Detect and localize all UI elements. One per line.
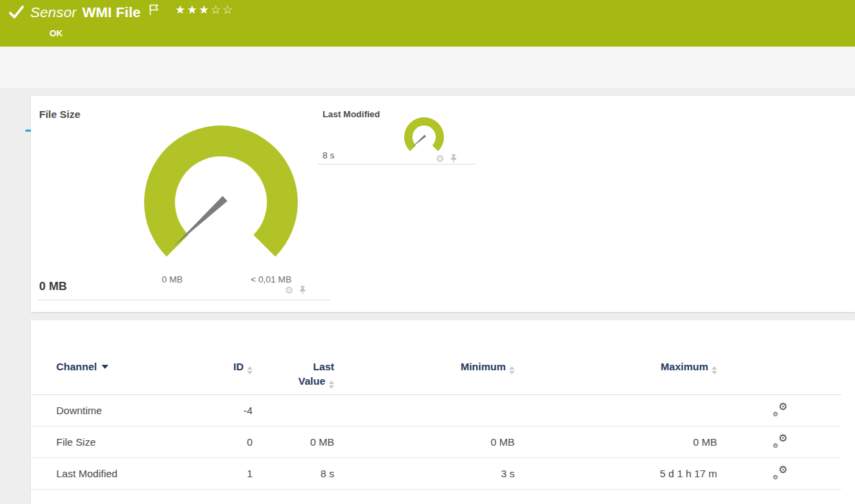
sensor-status-header: Sensor WMI File ★★★☆☆ OK bbox=[0, 0, 855, 47]
sort-toggle-icon[interactable] bbox=[247, 366, 253, 374]
file-size-gauge-min-label: 0 MB bbox=[138, 274, 207, 285]
tab-bar: Overview Live Data 2 days 30 days 365 bbox=[0, 47, 855, 88]
channel-last-value: 8 s bbox=[254, 457, 336, 489]
column-header-id[interactable]: ID bbox=[189, 357, 254, 394]
priority-stars[interactable]: ★★★☆☆ bbox=[175, 3, 234, 17]
channel-name: Last Modified bbox=[31, 457, 189, 489]
priority-flag-icon[interactable] bbox=[149, 4, 160, 16]
channel-table-header-row: Channel ID LastValue Minimum Maximum bbox=[31, 357, 841, 394]
column-header-channel[interactable]: Channel bbox=[31, 357, 189, 394]
sort-desc-caret-icon[interactable] bbox=[102, 365, 108, 369]
stars-filled[interactable]: ★★★ bbox=[175, 3, 211, 16]
column-header-minimum[interactable]: Minimum bbox=[336, 357, 518, 394]
file-size-panel-pin-icon[interactable] bbox=[298, 285, 307, 295]
channel-settings-gears-icon[interactable]: ⚙⚙ bbox=[773, 466, 788, 479]
last-modified-panel-pin-icon[interactable] bbox=[449, 154, 458, 163]
channel-id: 0 bbox=[189, 426, 254, 457]
sensor-title: WMI File bbox=[82, 4, 141, 21]
file-size-gauge-needle bbox=[174, 196, 228, 247]
sort-toggle-icon[interactable] bbox=[329, 381, 334, 389]
last-modified-panel-divider bbox=[318, 164, 476, 165]
column-header-last-value[interactable]: LastValue bbox=[254, 357, 336, 394]
stars-empty[interactable]: ☆☆ bbox=[211, 3, 234, 16]
column-header-actions bbox=[719, 357, 841, 394]
sort-toggle-icon[interactable] bbox=[712, 366, 717, 374]
channel-maximum: 0 MB bbox=[518, 426, 719, 457]
channel-last-value bbox=[254, 394, 336, 426]
file-size-current-value: 0 MB bbox=[39, 280, 67, 293]
channel-id: -4 bbox=[189, 394, 254, 426]
sensor-overview-page: Sensor WMI File ★★★☆☆ OK Overview bbox=[0, 0, 855, 504]
sensor-kind-label: Sensor bbox=[30, 4, 77, 21]
last-modified-panel-gear-icon[interactable]: ⚙ bbox=[436, 154, 445, 163]
channel-last-value: 0 MB bbox=[254, 426, 336, 457]
channels-card: Channel ID LastValue Minimum Maximum Dow… bbox=[31, 320, 855, 504]
channel-minimum: 3 s bbox=[336, 457, 518, 489]
channel-settings-gears-icon[interactable]: ⚙⚙ bbox=[773, 434, 788, 448]
last-modified-current-value: 8 s bbox=[323, 150, 334, 160]
channel-maximum bbox=[518, 394, 719, 426]
last-modified-gauge-needle bbox=[412, 135, 426, 148]
column-header-maximum[interactable]: Maximum bbox=[518, 357, 719, 394]
gauges-card: File Size 0 MB < 0,01 MB 0 MB ⚙ Last Mod… bbox=[31, 96, 855, 312]
channel-table: Channel ID LastValue Minimum Maximum Dow… bbox=[31, 357, 841, 490]
channel-maximum: 5 d 1 h 17 m bbox=[518, 457, 719, 489]
file-size-gauge-title: File Size bbox=[39, 108, 80, 120]
table-row-downtime[interactable]: Downtime -4 ⚙⚙ bbox=[31, 394, 841, 426]
file-size-gauge bbox=[139, 120, 303, 285]
file-size-panel-gear-icon[interactable]: ⚙ bbox=[285, 285, 294, 295]
sort-toggle-icon[interactable] bbox=[509, 366, 515, 374]
channel-name: Downtime bbox=[31, 394, 189, 426]
channel-name: File Size bbox=[31, 426, 189, 457]
channel-minimum: 0 MB bbox=[336, 426, 518, 457]
sensor-status-badge: OK bbox=[49, 28, 63, 38]
channel-minimum bbox=[336, 394, 518, 426]
last-modified-gauge-title: Last Modified bbox=[323, 109, 380, 119]
channel-settings-gears-icon[interactable]: ⚙⚙ bbox=[773, 403, 788, 416]
file-size-panel-divider bbox=[38, 300, 331, 300]
status-ok-check-icon bbox=[8, 4, 25, 21]
table-row-last-modified[interactable]: Last Modified 1 8 s 3 s 5 d 1 h 17 m ⚙⚙ bbox=[31, 457, 841, 489]
table-row-file-size[interactable]: File Size 0 0 MB 0 MB 0 MB ⚙⚙ bbox=[31, 426, 841, 457]
channel-id: 1 bbox=[189, 457, 254, 489]
file-size-gauge-max-label: < 0,01 MB bbox=[237, 274, 305, 285]
